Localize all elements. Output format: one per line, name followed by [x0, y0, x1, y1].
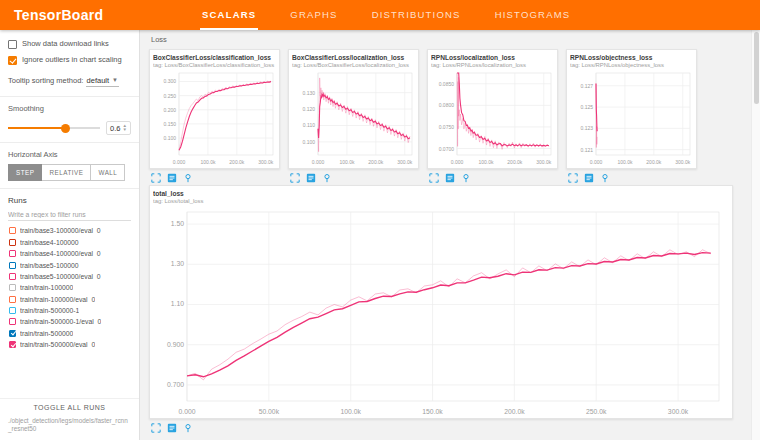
line-chart[interactable]: 0.1000.1500.2000.2500.3000.000100.0k200.…: [153, 70, 277, 166]
run-checkbox[interactable]: [9, 227, 16, 234]
run-checkbox[interactable]: [9, 341, 16, 348]
tab-graphs[interactable]: GRAPHS: [288, 0, 339, 30]
runs-filter-input[interactable]: [8, 209, 131, 221]
chart-card-actions: [288, 169, 419, 183]
tab-distributions[interactable]: DISTRIBUTIONS: [370, 0, 463, 30]
page-scrollbar[interactable]: [751, 30, 760, 440]
svg-text:0.0850: 0.0850: [439, 81, 455, 87]
data-series-icon[interactable]: [167, 173, 177, 183]
pin-chart-icon[interactable]: [600, 173, 610, 183]
axis-wall-button[interactable]: WALL: [91, 164, 125, 181]
run-list-item[interactable]: train/train-500000: [8, 328, 131, 339]
run-label: train/base3-100000/eval_0: [20, 227, 101, 234]
run-label: train/train-100000: [20, 284, 73, 291]
svg-text:0.700: 0.700: [167, 381, 184, 388]
chart-card-actions: [566, 169, 697, 183]
run-checkbox[interactable]: [9, 296, 16, 303]
svg-text:0.900: 0.900: [167, 341, 184, 348]
tooltip-sorting-row: Tooltip sorting method: default ▼: [8, 75, 131, 87]
spinner-arrows-icon[interactable]: ▲▼: [123, 124, 127, 132]
run-checkbox[interactable]: [9, 330, 16, 337]
axis-relative-button[interactable]: RELATIVE: [42, 164, 91, 181]
svg-text:0.123: 0.123: [580, 125, 593, 131]
expand-chart-icon[interactable]: [290, 173, 300, 183]
run-checkbox[interactable]: [9, 262, 16, 269]
dropdown-caret-icon: ▼: [112, 76, 118, 85]
expand-chart-icon[interactable]: [151, 173, 161, 183]
expand-chart-icon[interactable]: [151, 423, 161, 433]
chart-cell: total_loss tag: Loss/total_loss 0.7000.9…: [149, 183, 744, 433]
expand-chart-icon[interactable]: [429, 173, 439, 183]
chart-subtitle: tag: Loss/RPNLoss/localization_loss: [431, 62, 554, 68]
runs-title: Runs: [8, 196, 131, 205]
data-series-icon[interactable]: [584, 173, 594, 183]
smoothing-slider-thumb[interactable]: [61, 124, 70, 133]
run-list-item[interactable]: train/base4-100000: [8, 237, 131, 248]
chart-title: RPNLoss/localization_loss: [431, 54, 554, 61]
checkbox[interactable]: [8, 56, 17, 65]
tab-histograms[interactable]: HISTOGRAMS: [493, 0, 573, 30]
svg-text:0.000: 0.000: [312, 159, 325, 165]
run-list-item[interactable]: train/base4-100000/eval_0: [8, 248, 131, 259]
svg-text:300.0k: 300.0k: [668, 408, 689, 415]
tooltip-sorting-select[interactable]: default ▼: [86, 75, 119, 87]
smoothing-row: 0.6 ▲▼: [8, 121, 131, 135]
run-checkbox[interactable]: [9, 239, 16, 246]
svg-text:0.200: 0.200: [163, 107, 176, 113]
run-list-item[interactable]: train/train-500000/eval_0: [8, 339, 131, 350]
chart-title: BoxClassifierLoss/localization_loss: [292, 54, 415, 61]
svg-text:250.0k: 250.0k: [586, 408, 607, 415]
divider: [0, 142, 139, 143]
smoothing-value-input[interactable]: 0.6 ▲▼: [106, 121, 131, 135]
chart-subtitle: tag: Loss/total_loss: [153, 198, 729, 204]
svg-text:100.0k: 100.0k: [340, 408, 361, 415]
run-list-item[interactable]: train/train-100000/eval_0: [8, 294, 131, 305]
chart-title: BoxClassifierLoss/classification_loss: [153, 54, 276, 61]
chart-cell: BoxClassifierLoss/classification_loss ta…: [149, 49, 280, 183]
expand-chart-icon[interactable]: [568, 173, 578, 183]
sidebar: Show data download linksIgnore outliers …: [0, 30, 140, 440]
axis-step-button[interactable]: STEP: [8, 164, 42, 181]
run-list-item[interactable]: train/base3-100000/eval_0: [8, 225, 131, 236]
data-series-icon[interactable]: [445, 173, 455, 183]
data-series-icon[interactable]: [167, 423, 177, 433]
app-body: Show data download linksIgnore outliers …: [0, 30, 760, 440]
pin-chart-icon[interactable]: [322, 173, 332, 183]
sidebar-checkbox-group: Show data download linksIgnore outliers …: [8, 39, 131, 71]
svg-text:0.127: 0.127: [580, 83, 593, 89]
line-chart[interactable]: 0.07000.07500.08000.08500.000100.0k200.0…: [431, 70, 555, 166]
run-list-item[interactable]: train/train-500000-1/eval_0: [8, 316, 131, 327]
line-chart[interactable]: 0.1000.1100.1200.1300.000100.0k200.0k300…: [292, 70, 416, 166]
run-label: train/train-500000/eval_0: [20, 341, 95, 348]
pin-chart-icon[interactable]: [461, 173, 471, 183]
svg-text:1.30: 1.30: [171, 260, 184, 267]
run-list-item[interactable]: train/base5-100000/eval_0: [8, 271, 131, 282]
run-checkbox[interactable]: [9, 273, 16, 280]
tab-scalars[interactable]: SCALARS: [200, 0, 258, 30]
run-checkbox[interactable]: [9, 318, 16, 325]
run-checkbox[interactable]: [9, 307, 16, 314]
sidebar-checkbox-row[interactable]: Show data download links: [8, 39, 131, 49]
line-chart[interactable]: 0.1210.1230.1250.1270.000100.0k200.0k300…: [570, 70, 694, 166]
run-checkbox[interactable]: [9, 250, 16, 257]
checkbox[interactable]: [8, 40, 17, 49]
sidebar-checkbox-row[interactable]: Ignore outliers in chart scaling: [8, 55, 131, 65]
pin-chart-icon[interactable]: [183, 173, 193, 183]
page-scrollbar-thumb[interactable]: [754, 32, 759, 104]
chart-card: RPNLoss/localization_loss tag: Loss/RPNL…: [427, 49, 558, 169]
line-chart[interactable]: 0.7000.9001.101.301.500.00050.00k100.0k1…: [153, 206, 729, 416]
toggle-all-runs-button[interactable]: TOGGLE ALL RUNS: [0, 398, 139, 415]
run-label: train/base4-100000: [20, 239, 79, 246]
svg-text:0.0750: 0.0750: [439, 124, 455, 130]
smoothing-slider[interactable]: [8, 127, 100, 129]
run-list-item[interactable]: train/train-500000-1: [8, 305, 131, 316]
run-list-item[interactable]: train/train-100000: [8, 282, 131, 293]
nav-tabs: SCALARSGRAPHSDISTRIBUTIONSHISTOGRAMS: [200, 0, 572, 30]
run-list-item[interactable]: train/base5-100000: [8, 259, 131, 270]
svg-text:150.0k: 150.0k: [422, 408, 443, 415]
run-checkbox[interactable]: [9, 284, 16, 291]
data-series-icon[interactable]: [306, 173, 316, 183]
runs-list[interactable]: train/base3-100000/eval_0 train/base4-10…: [8, 225, 131, 394]
pin-chart-icon[interactable]: [183, 423, 193, 433]
run-label: train/base5-100000/eval_0: [20, 273, 101, 280]
